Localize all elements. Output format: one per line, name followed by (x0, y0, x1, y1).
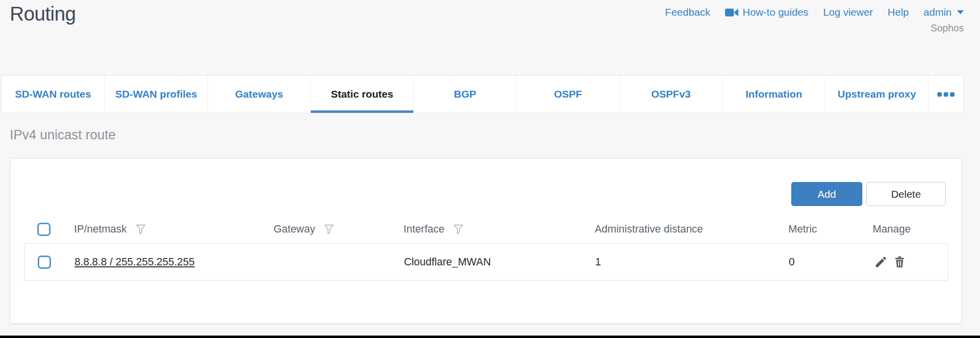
tab-upstream-proxy[interactable]: Upstream proxy (825, 76, 928, 113)
pencil-icon (874, 255, 888, 269)
help-link[interactable]: Help (888, 6, 909, 18)
tab-label: Upstream proxy (838, 88, 916, 100)
log-viewer-label: Log viewer (823, 6, 873, 18)
chevron-down-icon (957, 10, 964, 14)
table-row: 8.8.8.8 / 255.255.255.255 Cloudflare_MWA… (24, 243, 948, 281)
tab-gateways[interactable]: Gateways (207, 76, 310, 113)
ellipsis-icon (937, 92, 955, 97)
tab-bgp[interactable]: BGP (413, 76, 516, 113)
route-interface-value: Cloudflare_MWAN (404, 256, 491, 268)
column-header-manage: Manage (873, 223, 911, 235)
column-header-gateway: Gateway (274, 223, 315, 235)
toolbar: Add Delete (791, 182, 946, 206)
howto-guides-label: How-to guides (743, 6, 808, 18)
row-checkbox[interactable] (38, 256, 51, 269)
route-metric-value: 0 (789, 256, 795, 268)
tab-label: OSPF (554, 88, 582, 100)
admin-menu-label: admin (924, 6, 952, 18)
help-label: Help (888, 6, 909, 18)
column-header-administrative-distance: Administrative distance (595, 223, 703, 235)
column-header-ip-netmask: IP/netmask (74, 223, 127, 235)
delete-button[interactable]: Delete (866, 182, 946, 206)
tab-sdwan-profiles[interactable]: SD-WAN profiles (104, 76, 207, 113)
tab-bar: SD-WAN routes SD-WAN profiles Gateways S… (1, 75, 964, 113)
utility-nav: Feedback How-to guides Log viewer Help a… (665, 6, 964, 18)
tab-label: Static routes (331, 88, 393, 100)
select-all-checkbox[interactable] (37, 223, 50, 236)
feedback-link-label: Feedback (665, 6, 710, 18)
add-button[interactable]: Add (791, 182, 862, 206)
routes-panel: Add Delete IP/netmask Gateway Interface … (10, 158, 962, 324)
edit-button[interactable] (874, 255, 888, 269)
tab-information[interactable]: Information (722, 76, 825, 113)
filter-icon[interactable] (322, 222, 336, 236)
tab-static-routes[interactable]: Static routes (310, 76, 413, 113)
trash-icon (893, 255, 906, 269)
route-ip-netmask-link[interactable]: 8.8.8.8 / 255.255.255.255 (75, 256, 195, 268)
brand-label: Sophos (930, 23, 964, 34)
bottom-edge-strip (0, 336, 980, 338)
tab-ospf[interactable]: OSPF (516, 76, 619, 113)
column-header-metric: Metric (788, 223, 817, 235)
more-tabs-button[interactable] (928, 76, 963, 113)
routing-page: Routing Feedback How-to guides Log viewe… (0, 0, 980, 338)
howto-guides-link[interactable]: How-to guides (725, 6, 808, 18)
column-header-interface: Interface (403, 223, 445, 235)
tab-label: BGP (454, 88, 477, 100)
tab-sdwan-routes[interactable]: SD-WAN routes (1, 76, 104, 113)
tab-label: Information (746, 88, 803, 100)
filter-icon[interactable] (134, 222, 148, 236)
filter-icon[interactable] (452, 222, 465, 236)
tab-label: SD-WAN routes (15, 88, 91, 100)
table-header: IP/netmask Gateway Interface Administrat… (10, 216, 961, 242)
tab-ospfv3[interactable]: OSPFv3 (619, 76, 722, 113)
feedback-link[interactable]: Feedback (665, 6, 710, 18)
tab-label: Gateways (235, 88, 283, 100)
delete-row-button[interactable] (893, 255, 906, 269)
page-title: Routing (10, 3, 75, 25)
video-camera-icon (725, 8, 738, 17)
section-title: IPv4 unicast route (10, 128, 116, 143)
log-viewer-link[interactable]: Log viewer (823, 6, 873, 18)
active-tab-underline (311, 110, 413, 113)
tab-label: OSPFv3 (651, 88, 691, 100)
tab-label: SD-WAN profiles (115, 88, 197, 100)
admin-menu[interactable]: admin (924, 6, 964, 18)
route-administrative-distance-value: 1 (595, 256, 601, 268)
